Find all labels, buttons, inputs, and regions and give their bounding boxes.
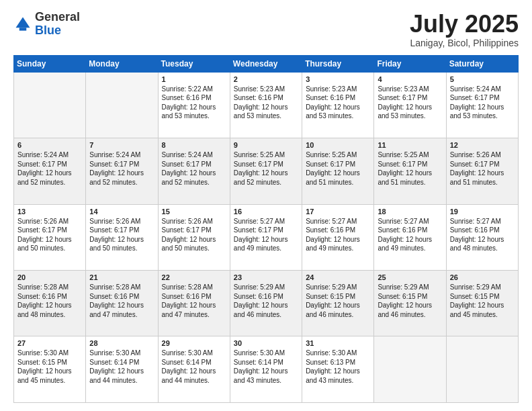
day-number: 20: [17, 273, 82, 281]
sunrise-text: Sunrise: 5:27 AM: [378, 217, 442, 226]
daylight-text: Daylight: 12 hours and 53 minutes.: [378, 103, 442, 121]
sunrise-text: Sunrise: 5:28 AM: [17, 283, 82, 292]
calendar-cell: 8Sunrise: 5:24 AMSunset: 6:17 PMDaylight…: [158, 138, 230, 204]
calendar-cell: 12Sunrise: 5:26 AMSunset: 6:17 PMDayligh…: [446, 138, 518, 204]
header-tuesday: Tuesday: [158, 55, 230, 72]
sunset-text: Sunset: 6:15 PM: [306, 292, 370, 302]
day-number: 10: [306, 141, 370, 149]
day-number: 12: [450, 141, 515, 149]
sunset-text: Sunset: 6:17 PM: [17, 226, 82, 235]
sunrise-text: Sunrise: 5:23 AM: [378, 85, 442, 94]
calendar-row-3: 13Sunrise: 5:26 AMSunset: 6:17 PMDayligh…: [14, 204, 519, 270]
daylight-text: Daylight: 12 hours and 50 minutes.: [89, 235, 154, 253]
daylight-text: Daylight: 12 hours and 43 minutes.: [234, 367, 298, 385]
day-number: 9: [234, 141, 298, 149]
sunrise-text: Sunrise: 5:28 AM: [89, 283, 154, 292]
sunset-text: Sunset: 6:16 PM: [378, 226, 442, 235]
location: Lanigay, Bicol, Philippines: [410, 38, 519, 48]
sunrise-text: Sunrise: 5:29 AM: [378, 283, 442, 292]
daylight-text: Daylight: 12 hours and 47 minutes.: [162, 301, 226, 319]
day-number: 31: [306, 339, 370, 347]
daylight-text: Daylight: 12 hours and 52 minutes.: [234, 169, 298, 187]
calendar-cell: [14, 72, 86, 138]
daylight-text: Daylight: 12 hours and 46 minutes.: [234, 301, 298, 319]
day-number: 28: [89, 339, 154, 347]
sunset-text: Sunset: 6:17 PM: [234, 160, 298, 169]
daylight-text: Daylight: 12 hours and 45 minutes.: [450, 301, 515, 319]
sunrise-text: Sunrise: 5:30 AM: [306, 349, 370, 358]
daylight-text: Daylight: 12 hours and 47 minutes.: [89, 301, 154, 319]
day-number: 13: [17, 208, 82, 216]
daylight-text: Daylight: 12 hours and 48 minutes.: [450, 235, 515, 253]
daylight-text: Daylight: 12 hours and 53 minutes.: [162, 103, 226, 121]
daylight-text: Daylight: 12 hours and 46 minutes.: [378, 301, 442, 319]
sunset-text: Sunset: 6:16 PM: [162, 93, 226, 103]
sunset-text: Sunset: 6:14 PM: [162, 358, 226, 367]
calendar-cell: 4Sunrise: 5:23 AMSunset: 6:17 PMDaylight…: [374, 72, 446, 138]
sunset-text: Sunset: 6:17 PM: [378, 93, 442, 103]
sunrise-text: Sunrise: 5:26 AM: [89, 217, 154, 226]
day-number: 23: [234, 273, 298, 281]
calendar-cell: 21Sunrise: 5:28 AMSunset: 6:16 PMDayligh…: [86, 271, 158, 336]
day-number: 19: [450, 208, 515, 216]
calendar-cell: [86, 72, 158, 138]
day-number: 17: [306, 208, 370, 216]
sunrise-text: Sunrise: 5:24 AM: [450, 85, 515, 94]
calendar-cell: 31Sunrise: 5:30 AMSunset: 6:13 PMDayligh…: [302, 336, 374, 403]
calendar-cell: 3Sunrise: 5:23 AMSunset: 6:16 PMDaylight…: [302, 72, 374, 138]
day-number: 5: [450, 75, 515, 83]
daylight-text: Daylight: 12 hours and 53 minutes.: [450, 103, 515, 121]
day-number: 30: [234, 339, 298, 347]
sunset-text: Sunset: 6:17 PM: [306, 160, 370, 169]
sunset-text: Sunset: 6:17 PM: [450, 160, 515, 169]
header-monday: Monday: [86, 55, 158, 72]
logo-general-text: General: [35, 10, 80, 24]
sunrise-text: Sunrise: 5:23 AM: [306, 85, 370, 94]
calendar-row-2: 6Sunrise: 5:24 AMSunset: 6:17 PMDaylight…: [14, 138, 519, 204]
day-number: 14: [89, 208, 154, 216]
month-title: July 2025: [410, 11, 519, 38]
daylight-text: Daylight: 12 hours and 45 minutes.: [17, 367, 82, 385]
header-wednesday: Wednesday: [230, 55, 302, 72]
daylight-text: Daylight: 12 hours and 52 minutes.: [162, 169, 226, 187]
sunrise-text: Sunrise: 5:25 AM: [378, 150, 442, 160]
calendar-cell: 28Sunrise: 5:30 AMSunset: 6:14 PMDayligh…: [86, 336, 158, 403]
sunrise-text: Sunrise: 5:27 AM: [450, 217, 515, 226]
daylight-text: Daylight: 12 hours and 46 minutes.: [306, 301, 370, 319]
day-number: 24: [306, 273, 370, 281]
calendar-cell: 20Sunrise: 5:28 AMSunset: 6:16 PMDayligh…: [14, 271, 86, 336]
calendar: Sunday Monday Tuesday Wednesday Thursday…: [13, 55, 519, 403]
day-number: 27: [17, 339, 82, 347]
daylight-text: Daylight: 12 hours and 50 minutes.: [162, 235, 226, 253]
sunset-text: Sunset: 6:16 PM: [306, 93, 370, 103]
day-number: 25: [378, 273, 442, 281]
sunset-text: Sunset: 6:17 PM: [450, 93, 515, 103]
calendar-cell: [446, 336, 518, 403]
sunrise-text: Sunrise: 5:26 AM: [17, 217, 82, 226]
sunset-text: Sunset: 6:17 PM: [162, 160, 226, 169]
calendar-cell: 25Sunrise: 5:29 AMSunset: 6:15 PMDayligh…: [374, 271, 446, 336]
sunrise-text: Sunrise: 5:30 AM: [17, 349, 82, 358]
calendar-cell: 2Sunrise: 5:23 AMSunset: 6:16 PMDaylight…: [230, 72, 302, 138]
calendar-cell: 26Sunrise: 5:29 AMSunset: 6:15 PMDayligh…: [446, 271, 518, 336]
calendar-cell: 17Sunrise: 5:27 AMSunset: 6:16 PMDayligh…: [302, 204, 374, 270]
day-number: 2: [234, 75, 298, 83]
daylight-text: Daylight: 12 hours and 48 minutes.: [17, 301, 82, 319]
daylight-text: Daylight: 12 hours and 51 minutes.: [378, 169, 442, 187]
calendar-cell: 24Sunrise: 5:29 AMSunset: 6:15 PMDayligh…: [302, 271, 374, 336]
calendar-cell: 23Sunrise: 5:29 AMSunset: 6:16 PMDayligh…: [230, 271, 302, 336]
logo-icon: [13, 15, 32, 34]
calendar-row-4: 20Sunrise: 5:28 AMSunset: 6:16 PMDayligh…: [14, 271, 519, 336]
header-friday: Friday: [374, 55, 446, 72]
sunrise-text: Sunrise: 5:30 AM: [89, 349, 154, 358]
sunrise-text: Sunrise: 5:30 AM: [234, 349, 298, 358]
sunrise-text: Sunrise: 5:29 AM: [306, 283, 370, 292]
sunset-text: Sunset: 6:17 PM: [234, 226, 298, 235]
sunset-text: Sunset: 6:17 PM: [17, 160, 82, 169]
day-number: 26: [450, 273, 515, 281]
calendar-cell: 10Sunrise: 5:25 AMSunset: 6:17 PMDayligh…: [302, 138, 374, 204]
daylight-text: Daylight: 12 hours and 52 minutes.: [89, 169, 154, 187]
sunrise-text: Sunrise: 5:24 AM: [17, 150, 82, 160]
daylight-text: Daylight: 12 hours and 53 minutes.: [306, 103, 370, 121]
day-number: 4: [378, 75, 442, 83]
